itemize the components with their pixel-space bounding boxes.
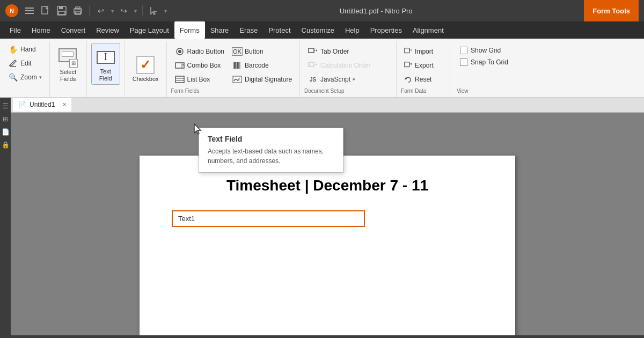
redo-arrow: ▾ xyxy=(133,7,138,15)
ribbon-text-field-group: I TextField xyxy=(87,41,125,97)
ribbon-document-setup-group: Tab Order Σ Calculation Order JS JavaScr… xyxy=(300,41,397,97)
hand-icon: ✋ xyxy=(8,45,18,54)
sidebar-icon-doc[interactable]: 📄 xyxy=(1,128,10,136)
combo-box-btn[interactable]: Combo Box xyxy=(171,59,228,72)
menu-review[interactable]: Review xyxy=(91,21,125,39)
svg-rect-37 xyxy=(405,62,409,67)
menu-page-layout[interactable]: Page Layout xyxy=(125,21,174,39)
svg-rect-27 xyxy=(309,48,314,53)
tab-order-icon xyxy=(308,47,318,56)
sidebar-icon-menu[interactable]: ☰ xyxy=(1,102,10,111)
form-fields-label: Form Fields xyxy=(171,86,200,95)
menu-file[interactable]: File xyxy=(4,21,26,39)
checkbox-btn[interactable]: ✓ Checkbox xyxy=(129,43,162,85)
document-setup-label: Document Setup xyxy=(304,86,345,95)
doc-setup-buttons: Tab Order Σ Calculation Order JS JavaScr… xyxy=(304,43,374,86)
button-btn[interactable]: OK Button xyxy=(229,45,295,58)
combo-icon xyxy=(174,61,185,70)
redo-btn[interactable]: ↪ xyxy=(117,4,131,18)
app-title: Untitled1.pdf - Nitro Pro xyxy=(172,7,580,15)
snap-to-grid-checkbox[interactable] xyxy=(460,58,467,66)
menu-btn[interactable] xyxy=(23,4,36,18)
svg-rect-2 xyxy=(25,13,34,14)
save-btn[interactable] xyxy=(55,4,69,18)
edit-icon xyxy=(8,59,18,68)
menu-forms[interactable]: Forms xyxy=(174,21,205,39)
form-fields-col2: OK Button Barcode Digital Signature xyxy=(229,43,295,86)
menu-help[interactable]: Help xyxy=(340,21,365,39)
menu-properties[interactable]: Properties xyxy=(365,21,407,39)
document-page: Timesheet | December 7 - 11 Text1 xyxy=(140,156,515,335)
ribbon-view-group: Show Grid Snap To Grid View xyxy=(450,41,520,97)
text-field-1[interactable]: Text1 xyxy=(172,210,365,227)
tab-doc-icon: 📄 xyxy=(18,101,26,108)
show-grid-checkbox[interactable] xyxy=(460,47,467,54)
menu-erase[interactable]: Erase xyxy=(234,21,263,39)
tab-untitled1[interactable]: 📄 Untitled1 × xyxy=(13,98,71,112)
document-area: Text Field Accepts text-based data such … xyxy=(11,113,644,335)
form-data-label: Form Data xyxy=(401,86,426,95)
select-arrow: ▾ xyxy=(163,7,168,15)
menu-protect[interactable]: Protect xyxy=(263,21,296,39)
ribbon: ✋ Hand Edit 🔍 Zoom ▾ ⊞ xyxy=(0,39,644,98)
digital-sig-btn[interactable]: Digital Signature xyxy=(229,73,295,86)
barcode-btn[interactable]: Barcode xyxy=(229,59,295,72)
undo-btn[interactable]: ↩ xyxy=(94,4,108,18)
svg-rect-34 xyxy=(405,48,409,53)
ribbon-checkbox-group: ✓ Checkbox xyxy=(125,41,167,97)
import-btn[interactable]: Import xyxy=(401,45,437,58)
hand-tool-btn[interactable]: ✋ Hand xyxy=(4,43,39,56)
edit-tool-btn[interactable]: Edit xyxy=(4,57,35,70)
menu-alignment[interactable]: Alignment xyxy=(407,21,449,39)
text-field-container: Text1 xyxy=(172,210,483,227)
view-buttons: Show Grid Snap To Grid xyxy=(457,43,511,86)
main-content: 📄 Untitled1 × Text Field Accepts text-ba… xyxy=(11,98,644,335)
new-btn[interactable] xyxy=(39,4,53,18)
menu-convert[interactable]: Convert xyxy=(56,21,91,39)
svg-text:Σ: Σ xyxy=(309,63,311,67)
view-label: View xyxy=(457,86,469,95)
digital-sig-icon xyxy=(232,75,243,84)
tab-order-btn[interactable]: Tab Order xyxy=(304,45,374,58)
javascript-btn[interactable]: JS JavaScript ▾ xyxy=(304,73,374,86)
select-fields-btn[interactable]: ⊞ SelectFields xyxy=(54,43,82,85)
svg-rect-3 xyxy=(42,6,48,14)
export-btn[interactable]: Export xyxy=(401,59,437,72)
svg-rect-1 xyxy=(25,10,34,11)
snap-to-grid-label[interactable]: Snap To Grid xyxy=(457,57,511,68)
calculation-order-btn[interactable]: Σ Calculation Order xyxy=(304,59,374,72)
svg-marker-29 xyxy=(316,49,317,52)
show-grid-label[interactable]: Show Grid xyxy=(457,45,511,56)
separator-2 xyxy=(142,5,143,16)
separator-1 xyxy=(89,5,90,16)
menu-customize[interactable]: Customize xyxy=(296,21,340,39)
svg-rect-5 xyxy=(59,6,63,9)
svg-point-13 xyxy=(178,50,181,53)
radio-icon xyxy=(174,47,185,56)
app-logo: N xyxy=(5,4,18,17)
text-field-icon: I xyxy=(95,47,116,68)
checkbox-icon: ✓ xyxy=(135,54,156,76)
tooltip-popup: Text Field Accepts text-based data such … xyxy=(199,128,343,173)
sidebar-icon-pages[interactable]: ⊞ xyxy=(1,115,10,123)
radio-button-btn[interactable]: Radio Button xyxy=(171,45,228,58)
list-box-btn[interactable]: List Box xyxy=(171,73,228,86)
select-fields-label: SelectFields xyxy=(60,69,76,83)
svg-rect-17 xyxy=(175,76,184,83)
sidebar-icon-lock[interactable]: 🔒 xyxy=(1,141,10,149)
reset-btn[interactable]: Reset xyxy=(401,73,437,86)
menu-share[interactable]: Share xyxy=(205,21,235,39)
left-sidebar: ☰ ⊞ 📄 🔒 xyxy=(0,98,11,335)
svg-rect-9 xyxy=(76,7,80,9)
print-btn[interactable] xyxy=(71,4,85,18)
menu-home[interactable]: Home xyxy=(26,21,56,39)
svg-marker-36 xyxy=(409,49,411,51)
document-title: Timesheet | December 7 - 11 xyxy=(172,177,483,194)
svg-marker-16 xyxy=(182,64,184,66)
tab-close-btn[interactable]: × xyxy=(62,101,66,108)
select-btn[interactable] xyxy=(147,4,161,18)
title-bar-tools: ↩ ▾ ↪ ▾ ▾ xyxy=(23,4,168,18)
text-field-btn[interactable]: I TextField xyxy=(91,43,120,85)
zoom-tool-btn[interactable]: 🔍 Zoom ▾ xyxy=(4,71,45,84)
js-arrow: ▾ xyxy=(353,77,355,82)
